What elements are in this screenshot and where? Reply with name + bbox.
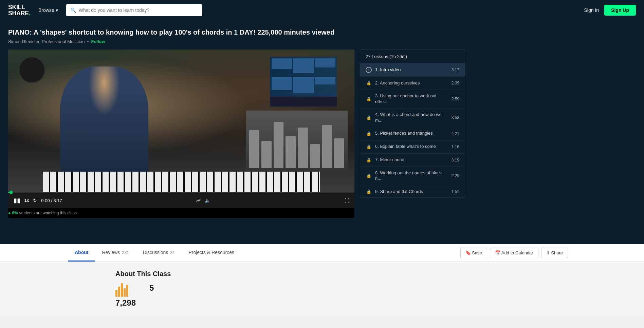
about-stats: 7,298 5: [115, 283, 529, 308]
lesson-item[interactable]: ⏸1. Intro video3:17: [360, 63, 465, 77]
search-input[interactable]: [79, 7, 198, 13]
bookmark-button[interactable]: ☍: [196, 198, 201, 203]
lock-icon: 🔒: [366, 80, 372, 86]
header: SKILL SHARE. Browse 🔍 Sign In Sign Up: [0, 0, 644, 20]
lesson-duration: 2:59: [452, 97, 459, 101]
video-container: ▮▮ 1x ↻ 0:00 / 3:17 ☍ 🔈 ⛶ ● 8% students …: [8, 50, 354, 218]
lesson-title: 2. Anchoring ourselves: [375, 80, 448, 86]
mixer-faders: [246, 111, 348, 172]
pause-button[interactable]: ▮▮: [14, 197, 20, 204]
lesson-duration: 4:21: [452, 131, 459, 136]
tab-badge: 31: [169, 250, 175, 255]
monitor-screen: [270, 57, 337, 97]
lesson-item[interactable]: 🔒6. Explain table what's to come1:16: [360, 140, 465, 154]
lessons-header: 27 Lessons (1h 26m): [360, 50, 465, 63]
lesson-duration: 2:29: [452, 173, 459, 178]
lock-icon: 🔒: [366, 115, 372, 121]
lock-icon: 🔒: [366, 144, 372, 150]
lesson-title: 7. Minor chords: [375, 157, 448, 163]
video-progress-bar[interactable]: [8, 192, 354, 193]
lesson-title: 8. Working out the names of black n...: [375, 170, 448, 182]
lock-icon: 🔒: [366, 189, 372, 195]
lesson-title: 5. Picket fences and triangles: [375, 131, 448, 136]
lesson-duration: 3:17: [452, 67, 459, 72]
tabs-bar: AboutReviews 231Discussions 31Projects &…: [68, 244, 241, 262]
follow-link[interactable]: Follow: [91, 39, 105, 44]
logo-bottom: SHARE.: [8, 10, 30, 16]
lesson-duration: 1:51: [452, 189, 459, 194]
search-icon: 🔍: [70, 7, 76, 13]
video-thumbnail: [8, 50, 354, 192]
stat-value-views: 7,298: [115, 298, 136, 307]
lesson-item[interactable]: 🔒7. Minor chords3:19: [360, 154, 465, 167]
monitor-decoration: [270, 56, 337, 107]
header-right: Sign In Sign Up: [584, 5, 636, 16]
signup-button[interactable]: Sign Up: [604, 5, 636, 16]
stat-rating: 5: [149, 283, 154, 308]
main-area: PIANO: A 'shapes' shortcut to knowing ho…: [0, 20, 644, 244]
piano-keys-decoration: [43, 172, 320, 192]
course-title: PIANO: A 'shapes' shortcut to knowing ho…: [8, 28, 348, 36]
chevron-down-icon: [56, 7, 58, 13]
tab-about[interactable]: About: [68, 244, 95, 262]
lessons-list[interactable]: ⏸1. Intro video3:17🔒2. Anchoring ourselv…: [360, 63, 465, 197]
lesson-title: 4. What is a chord and how do we m...: [375, 112, 448, 123]
tab-badge: 231: [121, 250, 129, 255]
stat-views: 7,298: [115, 283, 136, 308]
lesson-title: 3. Using our anchor to work out othe...: [375, 93, 448, 105]
about-title: About This Class: [115, 270, 529, 278]
lesson-item[interactable]: 🔒5. Picket fences and triangles4:21: [360, 127, 465, 140]
course-author: Simon Glenister, Professional Musician •…: [8, 39, 636, 44]
lesson-title: 6. Explain table what's to come: [375, 144, 448, 150]
video-controls: ▮▮ 1x ↻ 0:00 / 3:17 ☍ 🔈 ⛶: [8, 193, 354, 208]
signin-button[interactable]: Sign In: [584, 7, 599, 13]
tab-discussions[interactable]: Discussions 31: [136, 244, 182, 262]
rewind-button[interactable]: ↻: [33, 198, 37, 203]
lock-icon: 🔒: [366, 96, 372, 102]
progress-fill: [8, 192, 12, 193]
save-button[interactable]: 🔖 Save: [460, 248, 487, 258]
tab-actions: 🔖 Save📅 Add to Calendar⇧ Share: [452, 245, 576, 261]
tab-reviews[interactable]: Reviews 231: [95, 244, 136, 262]
watching-notice: ● 8% students are watching this class: [8, 208, 354, 218]
lesson-item[interactable]: 🔒2. Anchoring ourselves2:39: [360, 77, 465, 90]
lesson-title: 9. Sharp and flat Chords: [375, 189, 448, 195]
lesson-duration: 1:16: [452, 144, 459, 149]
tabs-container: AboutReviews 231Discussions 31Projects &…: [0, 244, 644, 262]
add-to-calendar-button[interactable]: 📅 Add to Calendar: [490, 248, 538, 258]
speaker-decoration: [18, 56, 45, 83]
search-bar: 🔍: [66, 4, 202, 16]
stat-value-rating: 5: [149, 283, 154, 292]
watching-dot: ●: [8, 211, 11, 215]
browse-button[interactable]: Browse: [38, 7, 58, 13]
speed-button[interactable]: 1x: [24, 198, 29, 203]
time-display: 0:00 / 3:17: [41, 198, 62, 203]
lessons-sidebar: 27 Lessons (1h 26m) ⏸1. Intro video3:17🔒…: [360, 50, 465, 198]
logo-top: SKILL: [8, 4, 30, 10]
lesson-item[interactable]: 🔒9. Sharp and flat Chords1:51: [360, 185, 465, 197]
mixer-decoration: [246, 111, 348, 172]
content-row: ▮▮ 1x ↻ 0:00 / 3:17 ☍ 🔈 ⛶ ● 8% students …: [8, 50, 636, 218]
stat-chart: [115, 283, 136, 297]
lesson-duration: 3:58: [452, 115, 459, 120]
lesson-item[interactable]: 🔒4. What is a chord and how do we m...3:…: [360, 109, 465, 127]
lesson-item[interactable]: 🔒3. Using our anchor to work out othe...…: [360, 90, 465, 109]
volume-button[interactable]: 🔈: [205, 198, 210, 203]
lesson-title: 1. Intro video: [375, 67, 448, 73]
lesson-duration: 3:19: [452, 158, 459, 162]
share-button[interactable]: ⇧ Share: [541, 248, 568, 258]
lock-icon: 🔒: [366, 173, 372, 179]
lock-icon: 🔒: [366, 157, 372, 163]
fullscreen-button[interactable]: ⛶: [345, 198, 349, 203]
lesson-duration: 2:39: [452, 81, 459, 85]
watching-count: 8%: [12, 211, 18, 215]
pause-icon: ⏸: [366, 67, 372, 73]
lock-icon: 🔒: [366, 131, 372, 137]
lesson-item[interactable]: 🔒8. Working out the names of black n...2…: [360, 167, 465, 186]
tab-projects&resources[interactable]: Projects & Resources: [182, 244, 241, 262]
studio-background: [8, 50, 354, 192]
person-silhouette: [60, 66, 148, 175]
about-section: About This Class 7,298 5: [0, 262, 644, 316]
logo: SKILL SHARE.: [8, 4, 30, 16]
bottom-area: AboutReviews 231Discussions 31Projects &…: [0, 244, 644, 316]
